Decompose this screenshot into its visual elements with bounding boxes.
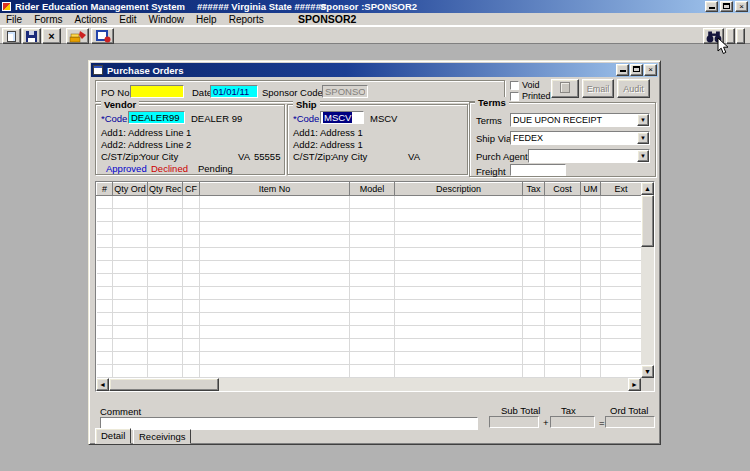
scroll-left-icon[interactable]: ◄: [96, 378, 109, 391]
chevron-down-icon[interactable]: ▼: [637, 114, 649, 126]
grid-row[interactable]: [97, 326, 642, 339]
grid-cell[interactable]: [200, 209, 350, 222]
grid-row[interactable]: [97, 248, 642, 261]
grid-cell[interactable]: [581, 300, 601, 313]
grid-cell[interactable]: [581, 222, 601, 235]
grid-cell[interactable]: [97, 300, 113, 313]
grid-cell[interactable]: [523, 352, 545, 365]
money-report-button[interactable]: [66, 28, 89, 44]
grid-header-qty-rec[interactable]: Qty Rec: [148, 183, 183, 196]
grid-cell[interactable]: [523, 339, 545, 352]
grid-cell[interactable]: [200, 196, 350, 209]
grid-cell[interactable]: [183, 222, 200, 235]
vendor-code-input[interactable]: [128, 111, 185, 124]
delete-button[interactable]: ×: [42, 28, 61, 44]
grid-cell[interactable]: [601, 222, 642, 235]
grid-cell[interactable]: [581, 248, 601, 261]
grid-cell[interactable]: [350, 339, 395, 352]
grid-cell[interactable]: [601, 300, 642, 313]
grid-cell[interactable]: [545, 300, 581, 313]
grid-cell[interactable]: [395, 196, 523, 209]
grid-cell[interactable]: [395, 209, 523, 222]
menu-window[interactable]: Window: [143, 13, 191, 26]
grid-cell[interactable]: [148, 209, 183, 222]
grid-cell[interactable]: [395, 326, 523, 339]
grid-cell[interactable]: [200, 248, 350, 261]
find-button[interactable]: [703, 28, 724, 44]
grid-cell[interactable]: [113, 339, 148, 352]
grid-cell[interactable]: [148, 339, 183, 352]
grid-header-qty-ord[interactable]: Qty Ord: [113, 183, 148, 196]
grid-cell[interactable]: [113, 352, 148, 365]
grid-cell[interactable]: [581, 339, 601, 352]
grid-cell[interactable]: [581, 235, 601, 248]
grid-cell[interactable]: [545, 222, 581, 235]
chevron-down-icon[interactable]: ▼: [637, 150, 649, 162]
grid-cell[interactable]: [148, 313, 183, 326]
grid-cell[interactable]: [97, 287, 113, 300]
grid-cell[interactable]: [523, 300, 545, 313]
grid-cell[interactable]: [581, 287, 601, 300]
grid-cell[interactable]: [545, 287, 581, 300]
purch-agent-combo[interactable]: ▼: [528, 149, 650, 163]
printed-checkbox[interactable]: Printed: [510, 91, 551, 101]
grid-cell[interactable]: [148, 196, 183, 209]
grid-cell[interactable]: [350, 365, 395, 378]
grid-cell[interactable]: [97, 235, 113, 248]
grid-cell[interactable]: [545, 261, 581, 274]
grid-cell[interactable]: [395, 300, 523, 313]
grid-cell[interactable]: [601, 326, 642, 339]
dialog-close-button[interactable]: ×: [644, 64, 657, 76]
grid-cell[interactable]: [113, 274, 148, 287]
grid-cell[interactable]: [545, 248, 581, 261]
app-minimize-button[interactable]: [705, 1, 718, 12]
grid-cell[interactable]: [581, 209, 601, 222]
grid-cell[interactable]: [200, 365, 350, 378]
grid-cell[interactable]: [545, 313, 581, 326]
grid-cell[interactable]: [601, 209, 642, 222]
grid-cell[interactable]: [395, 339, 523, 352]
grid-cell[interactable]: [601, 196, 642, 209]
grid-cell[interactable]: [545, 235, 581, 248]
grid-cell[interactable]: [97, 248, 113, 261]
grid-cell[interactable]: [523, 365, 545, 378]
grid-cell[interactable]: [523, 235, 545, 248]
grid-cell[interactable]: [601, 248, 642, 261]
grid-cell[interactable]: [183, 209, 200, 222]
grid-cell[interactable]: [97, 339, 113, 352]
horizontal-scroll-thumb[interactable]: [109, 378, 219, 391]
grid-row[interactable]: [97, 235, 642, 248]
grid-cell[interactable]: [395, 235, 523, 248]
date-input[interactable]: [210, 85, 258, 98]
grid-cell[interactable]: [200, 287, 350, 300]
grid-cell[interactable]: [545, 196, 581, 209]
grid-row[interactable]: [97, 261, 642, 274]
grid-cell[interactable]: [581, 326, 601, 339]
grid-row[interactable]: [97, 313, 642, 326]
grid-cell[interactable]: [523, 313, 545, 326]
grid-cell[interactable]: [581, 274, 601, 287]
app-maximize-button[interactable]: [720, 1, 733, 12]
email-button[interactable]: Email: [582, 79, 614, 98]
grid-cell[interactable]: [113, 261, 148, 274]
grid-cell[interactable]: [183, 339, 200, 352]
grid-cell[interactable]: [523, 222, 545, 235]
grid-cell[interactable]: [350, 222, 395, 235]
save-button[interactable]: [22, 28, 41, 44]
grid-cell[interactable]: [350, 313, 395, 326]
grid-cell[interactable]: [97, 209, 113, 222]
grid-cell[interactable]: [148, 222, 183, 235]
grid-cell[interactable]: [113, 209, 148, 222]
grid-cell[interactable]: [350, 300, 395, 313]
grid-cell[interactable]: [113, 300, 148, 313]
grid-cell[interactable]: [97, 261, 113, 274]
grid-cell[interactable]: [97, 326, 113, 339]
grid-cell[interactable]: [395, 248, 523, 261]
freight-input[interactable]: [510, 164, 566, 176]
grid-cell[interactable]: [581, 313, 601, 326]
grid-row[interactable]: [97, 287, 642, 300]
grid-cell[interactable]: [581, 365, 601, 378]
menu-forms[interactable]: Forms: [28, 13, 68, 26]
grid-cell[interactable]: [183, 313, 200, 326]
menu-reports[interactable]: Reports: [223, 13, 270, 26]
